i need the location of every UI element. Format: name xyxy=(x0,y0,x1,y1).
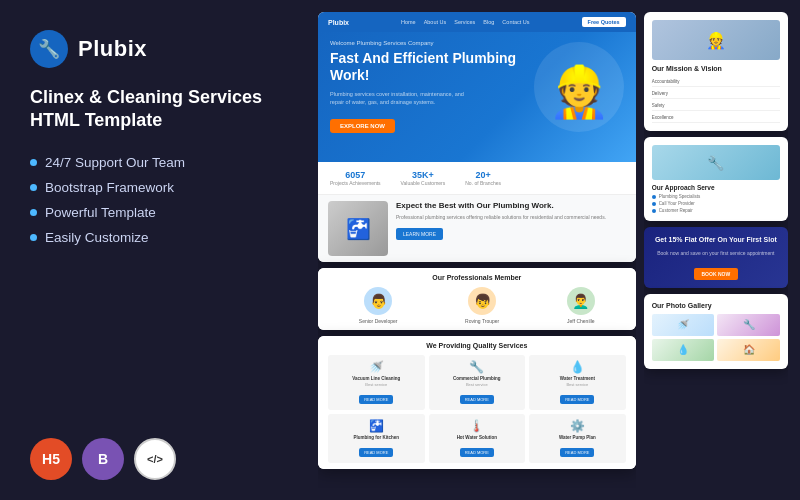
features-list: 24/7 Support Our Team Bootstrap Framewor… xyxy=(30,155,280,245)
service-desc-1: Best service xyxy=(332,382,421,387)
hero-image: 👷 xyxy=(534,42,624,132)
feature-item: Easily Customize xyxy=(30,230,280,245)
bullet-icon xyxy=(30,209,37,216)
learn-more-button[interactable]: LEARN MORE xyxy=(396,228,443,240)
nav-link-contact: Contact Us xyxy=(502,19,529,25)
service-name-3: Water Treatment xyxy=(533,376,622,381)
preview-navbar: Plubix Home About Us Services Blog Conta… xyxy=(318,12,636,32)
service-card-1: 🚿 Vacuum Line Cleaning Best service READ… xyxy=(328,355,425,410)
service-btn-5[interactable]: READ MORE xyxy=(460,448,494,457)
approach-item-3: Customer Repair xyxy=(652,208,780,213)
bootstrap-badge: B xyxy=(82,438,124,480)
approach-title: Our Approach Serve xyxy=(652,184,780,191)
tagline: Clinex & Cleaning Services HTML Template xyxy=(30,86,280,133)
service-card-6: ⚙️ Water Pump Plan READ MORE xyxy=(529,414,626,463)
gallery-grid: 🚿 🔧 💧 🏠 xyxy=(652,314,780,361)
gallery-card: Our Photo Gallery 🚿 🔧 💧 🏠 xyxy=(644,294,788,369)
feature-item: 24/7 Support Our Team xyxy=(30,155,280,170)
service-icon-2: 🔧 xyxy=(433,360,522,374)
service-btn-4[interactable]: READ MORE xyxy=(359,448,393,457)
approach-dot xyxy=(652,202,656,206)
preview-nav-links: Home About Us Services Blog Contact Us xyxy=(401,19,530,25)
worker-icon: 👷 xyxy=(548,63,610,121)
promo-sub: Book now and save on your first service … xyxy=(652,250,780,256)
team-avatar-2: 👦 xyxy=(468,287,496,315)
main-preview-column: Plubix Home About Us Services Blog Conta… xyxy=(318,12,636,488)
team-section: Our Professionals Member 👨 Senior Develo… xyxy=(318,268,636,330)
service-btn-1[interactable]: READ MORE xyxy=(359,395,393,404)
mid-section: 🚰 Expect the Best with Our Plumbing Work… xyxy=(318,195,636,262)
service-card-3: 💧 Water Treatment Best service READ MORE xyxy=(529,355,626,410)
service-icon-4: 🚰 xyxy=(332,419,421,433)
team-avatar-1: 👨 xyxy=(364,287,392,315)
stat-number: 20+ xyxy=(476,170,491,180)
logo-row: 🔧 Plubix xyxy=(30,30,280,68)
stat-number: 6057 xyxy=(345,170,365,180)
free-quotes-button[interactable]: Free Quotes xyxy=(582,17,626,27)
mid-description: Professional plumbing services offering … xyxy=(396,214,626,222)
stat-label: Valuable Customers xyxy=(401,180,446,186)
service-desc-2: Best service xyxy=(433,382,522,387)
gallery-item-4: 🏠 xyxy=(717,339,780,361)
service-btn-6[interactable]: READ MORE xyxy=(560,448,594,457)
service-card-5: 🌡️ Hot Water Solution READ MORE xyxy=(429,414,526,463)
bullet-icon xyxy=(30,159,37,166)
mission-item-1: Accountability xyxy=(652,77,780,87)
svg-text:🔧: 🔧 xyxy=(38,38,61,60)
stat-projects: 6057 Projects Achievements xyxy=(330,170,381,186)
tech-badges: H5 B </> xyxy=(30,438,280,480)
nav-link-home: Home xyxy=(401,19,416,25)
team-card: Our Professionals Member 👨 Senior Develo… xyxy=(318,268,636,330)
promo-button[interactable]: BOOK NOW xyxy=(694,268,739,280)
approach-items: Plumbing Specialists Call Your Provider … xyxy=(652,194,780,213)
service-icon-6: ⚙️ xyxy=(533,419,622,433)
service-btn-3[interactable]: READ MORE xyxy=(560,395,594,404)
team-members: 👨 Senior Developer 👦 Roving Trouper 👨‍🦱 … xyxy=(328,287,626,324)
bullet-icon xyxy=(30,184,37,191)
bullet-icon xyxy=(30,234,37,241)
hero-description: Plumbing services cover installation, ma… xyxy=(330,90,470,107)
services-card: We Providing Quality Services 🚿 Vacuum L… xyxy=(318,336,636,469)
hero-content: Welcome Plumbing Services Company Fast A… xyxy=(318,32,636,141)
mid-image-inner: 🚰 xyxy=(328,201,388,256)
gallery-item-1: 🚿 xyxy=(652,314,715,336)
approach-image: 🔧 xyxy=(652,145,780,180)
mid-image: 🚰 xyxy=(328,201,388,256)
mission-item-4: Excellence xyxy=(652,113,780,123)
service-name-6: Water Pump Plan xyxy=(533,435,622,440)
right-panel: Plubix Home About Us Services Blog Conta… xyxy=(310,0,800,500)
hero-subtitle: Welcome Plumbing Services Company xyxy=(330,40,534,46)
service-name-2: Commercial Plumbing xyxy=(433,376,522,381)
approach-item-2: Call Your Provider xyxy=(652,201,780,206)
left-panel: 🔧 Plubix Clinex & Cleaning Services HTML… xyxy=(0,0,310,500)
approach-item-1: Plumbing Specialists xyxy=(652,194,780,199)
hero-title: Fast And Efficient Plumbing Work! xyxy=(330,50,534,84)
mission-title: Our Mission & Vision xyxy=(652,65,780,72)
stats-section: 6057 Projects Achievements 35K+ Valuable… xyxy=(318,162,636,195)
explore-button[interactable]: EXPLORE NOW xyxy=(330,119,395,133)
stat-label: No. of Branches xyxy=(465,180,501,186)
mission-list: Accountability Delivery Safety Excellenc… xyxy=(652,77,780,123)
side-preview-column: 👷 Our Mission & Vision Accountability De… xyxy=(644,12,788,488)
service-icon-5: 🌡️ xyxy=(433,419,522,433)
mission-item-2: Delivery xyxy=(652,89,780,99)
gallery-title: Our Photo Gallery xyxy=(652,302,780,309)
nav-link-blog: Blog xyxy=(483,19,494,25)
nav-link-about: About Us xyxy=(424,19,447,25)
services-title: We Providing Quality Services xyxy=(328,342,626,349)
approach-dot xyxy=(652,195,656,199)
team-name-3: Jeff Chenille xyxy=(567,318,594,324)
mission-image: 👷 xyxy=(652,20,780,60)
service-card-4: 🚰 Plumbing for Kitchen READ MORE xyxy=(328,414,425,463)
team-name-2: Roving Trouper xyxy=(465,318,499,324)
hero-text: Welcome Plumbing Services Company Fast A… xyxy=(330,40,534,133)
service-btn-2[interactable]: READ MORE xyxy=(460,395,494,404)
service-icon-3: 💧 xyxy=(533,360,622,374)
code-badge: </> xyxy=(134,438,176,480)
preview-nav-logo: Plubix xyxy=(328,19,349,26)
promo-text: Get 15% Flat Offer On Your First Slot xyxy=(652,235,780,245)
html5-badge: H5 xyxy=(30,438,72,480)
team-avatar-3: 👨‍🦱 xyxy=(567,287,595,315)
service-name-1: Vacuum Line Cleaning xyxy=(332,376,421,381)
logo-icon: 🔧 xyxy=(30,30,68,68)
